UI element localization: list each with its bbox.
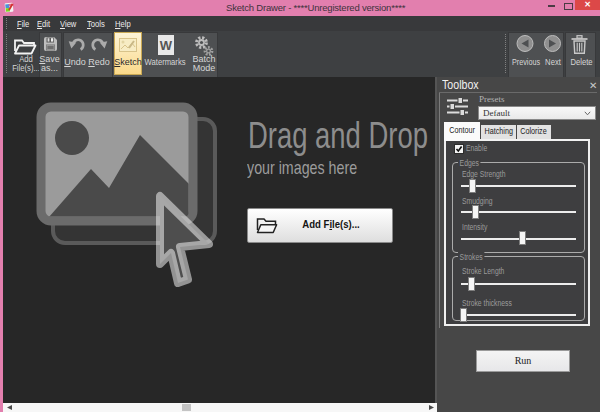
svg-text:W: W xyxy=(160,38,173,53)
